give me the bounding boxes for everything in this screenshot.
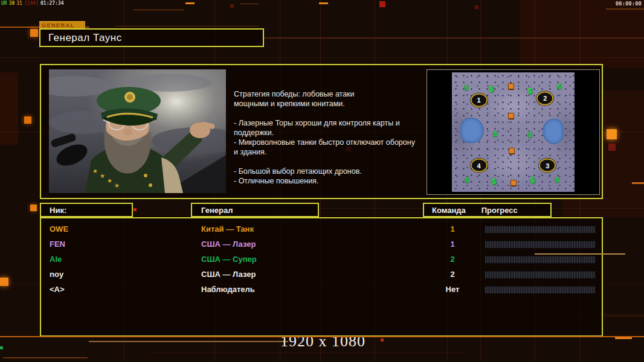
player-nick: OWE xyxy=(50,222,68,237)
start-position-number: 4 xyxy=(477,162,481,169)
svg-text:★: ★ xyxy=(100,173,105,179)
header-team-label: Команда xyxy=(432,206,466,215)
supply-dock-icon: $ xyxy=(530,176,535,185)
header-nick: Ник: xyxy=(40,203,133,217)
load-progress-bar xyxy=(485,286,596,294)
player-row: Ale США — Супер 2 xyxy=(41,252,602,267)
player-general: США — Лазер xyxy=(201,237,256,252)
load-progress-bar xyxy=(485,241,596,249)
svg-text:★: ★ xyxy=(107,177,112,184)
general-portrait-art: ★ ★ ★ ★ xyxy=(49,69,226,193)
start-position-number: 3 xyxy=(546,162,549,169)
player-row: OWE Китай — Танк 1 xyxy=(41,222,602,237)
debug-token: UR xyxy=(1,1,7,6)
supply-dock-icon: $ xyxy=(558,83,561,90)
supply-dock-icon: $ xyxy=(465,176,469,183)
player-team: 2 xyxy=(440,252,465,267)
supply-dock-icon: $ xyxy=(555,176,559,183)
player-nick: Ale xyxy=(50,252,62,267)
supply-dock-icon: $ xyxy=(489,84,493,93)
player-list-panel: OWE Китай — Танк 1 FEN США — Лазер 1 Ale… xyxy=(40,217,603,337)
debug-stats-readout: UR3031[144]01:27:34 xyxy=(1,1,66,6)
player-general: Китай — Танк xyxy=(201,222,254,237)
oil-derrick-icon xyxy=(509,148,515,154)
oil-derrick-icon xyxy=(508,83,514,89)
debug-token: [144] xyxy=(24,1,39,6)
player-general: США — Супер xyxy=(201,252,257,267)
debug-token: 01:27:34 xyxy=(40,1,64,6)
general-title: Генерал Таунс xyxy=(40,32,122,44)
load-progress-bar xyxy=(485,226,596,233)
start-position-number: 1 xyxy=(477,97,481,104)
supply-dock-icon: $ xyxy=(494,130,497,138)
start-position-number: 2 xyxy=(543,95,547,102)
load-progress-bar xyxy=(485,271,596,279)
start-position-marker: 2 xyxy=(536,91,553,105)
player-nick: <A> xyxy=(50,282,65,297)
player-row: <A> Наблюдатель Нет xyxy=(41,282,602,297)
player-general: США — Лазер xyxy=(201,267,256,282)
general-portrait: ★ ★ ★ ★ xyxy=(49,69,226,193)
strategy-description: Стратегия победы: лобовые атаки мощными … xyxy=(234,89,421,186)
loading-screen: UR3031[144]01:27:34 00:00:00 GENERAL Ген… xyxy=(0,0,644,362)
resolution-label: 1920 x 1080 xyxy=(280,332,365,351)
lake-left xyxy=(460,118,484,143)
oil-derrick-icon xyxy=(508,113,514,119)
header-general-label: Генерал xyxy=(201,206,233,215)
oil-derrick-icon xyxy=(510,180,517,186)
general-tab-text: GENERAL xyxy=(42,22,75,28)
player-team: 2 xyxy=(440,267,465,282)
player-nick: noy xyxy=(50,267,63,282)
svg-text:★: ★ xyxy=(114,182,120,189)
header-general: Генерал xyxy=(191,203,319,217)
supply-dock-icon: $ xyxy=(528,131,532,138)
start-position-marker: 1 xyxy=(471,93,488,107)
player-team: 1 xyxy=(440,237,465,252)
player-row: FEN США — Лазер 1 xyxy=(41,237,602,252)
match-timer: 00:00:00 xyxy=(616,1,642,7)
minimap: $ $ $ $ $ $ $ $ $ $ 1 2 3 4 xyxy=(452,72,575,192)
supply-dock-icon: $ xyxy=(492,176,496,185)
start-position-marker: 4 xyxy=(471,159,488,173)
start-position-marker: 3 xyxy=(539,159,556,173)
supply-dock-icon: $ xyxy=(465,84,468,91)
player-row: noy США — Лазер 2 xyxy=(41,267,602,282)
player-general: Наблюдатель xyxy=(201,282,255,297)
lake-right xyxy=(543,119,564,144)
player-team: Нет xyxy=(440,282,465,297)
player-team: 1 xyxy=(440,222,465,237)
general-title-box: Генерал Таунс xyxy=(39,28,264,47)
supply-dock-icon: $ xyxy=(528,86,532,95)
player-nick: FEN xyxy=(50,237,65,252)
general-info-panel: ★ ★ ★ ★ Стратегия победы: лобовые атаки … xyxy=(40,64,603,199)
header-team-progress: Команда Прогресс xyxy=(423,203,552,217)
header-progress-label: Прогресс xyxy=(481,206,518,215)
svg-text:★: ★ xyxy=(92,168,98,174)
debug-token: 30 xyxy=(9,1,15,6)
header-nick-label: Ник: xyxy=(50,206,66,215)
load-progress-bar xyxy=(485,256,596,264)
minimap-panel: $ $ $ $ $ $ $ $ $ $ 1 2 3 4 xyxy=(427,69,600,195)
debug-token: 31 xyxy=(16,1,22,6)
